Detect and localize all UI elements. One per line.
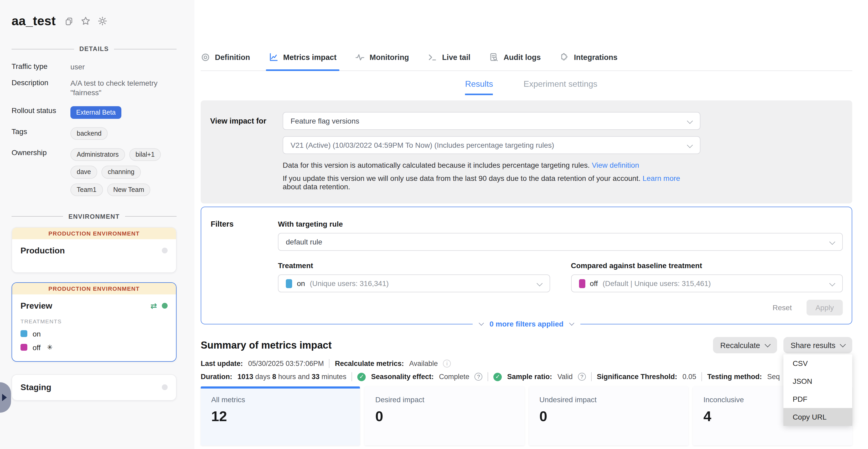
- page-title: aa_test: [11, 14, 56, 28]
- view-definition-link[interactable]: View definition: [592, 161, 639, 169]
- production-environment-banner: PRODUCTION ENVIRONMENT: [12, 283, 176, 294]
- info-icon[interactable]: i: [443, 360, 451, 367]
- target-icon: [201, 53, 210, 62]
- treatment-name: off: [33, 343, 41, 352]
- share-menu-item-copy-url[interactable]: Copy URL: [783, 408, 852, 426]
- detail-row-rollout-status: Rollout status External Beta: [11, 106, 177, 119]
- recalculate-metrics-label: Recalculate metrics:: [335, 360, 404, 367]
- seasonality-value: Complete: [439, 373, 469, 381]
- view-impact-label: View impact for: [210, 112, 283, 191]
- swap-arrows-icon: ⇄: [151, 302, 157, 310]
- treatment-color-swatch: [21, 330, 27, 337]
- last-update-value: 05/30/2025 03:57:06PM: [248, 360, 324, 367]
- chevron-down-icon: [829, 280, 835, 287]
- subtab-results[interactable]: Results: [465, 80, 493, 95]
- favorite-star-icon[interactable]: [81, 16, 90, 26]
- status-dot-green: [162, 303, 167, 309]
- rollout-status-badge[interactable]: External Beta: [70, 106, 121, 119]
- tab-audit-logs[interactable]: Audit logs: [490, 53, 541, 70]
- owner-pill[interactable]: channing: [101, 166, 141, 179]
- summary-title: Summary of metrics impact: [201, 339, 332, 351]
- version-note-1: Data for this version is automatically c…: [283, 161, 701, 169]
- flag-tabbar: Definition Metrics impact Monitoring Liv…: [201, 0, 852, 71]
- copy-name-icon[interactable]: [65, 17, 73, 26]
- chevron-down-icon: [569, 321, 574, 326]
- owner-pill[interactable]: Administrators: [70, 148, 125, 161]
- significance-threshold-value: 0.05: [683, 373, 696, 381]
- card-desired-impact[interactable]: Desired impact 0: [365, 386, 524, 445]
- help-icon[interactable]: ?: [475, 373, 483, 381]
- share-menu-item-json[interactable]: JSON: [783, 372, 852, 390]
- owner-pill[interactable]: dave: [70, 166, 97, 179]
- view-impact-panel: View impact for Feature flag versions V2…: [201, 100, 852, 204]
- status-dot-gray: [162, 385, 167, 390]
- chevron-down-icon: [765, 341, 771, 348]
- apply-button[interactable]: Apply: [807, 300, 843, 316]
- chevron-down-icon: [687, 142, 693, 148]
- main-content: Definition Metrics impact Monitoring Liv…: [194, 0, 868, 449]
- treatment-name: on: [33, 330, 41, 338]
- share-results-button[interactable]: Share results CSV JSON PDF Copy URL: [783, 337, 852, 353]
- recalculate-metrics-value: Available: [409, 360, 438, 367]
- audit-log-icon: [490, 53, 499, 62]
- chevron-down-icon: [829, 239, 835, 245]
- flag-title-row: aa_test: [11, 14, 177, 28]
- tab-live-tail[interactable]: Live tail: [428, 53, 470, 70]
- environment-card-production[interactable]: PRODUCTION ENVIRONMENT Production: [11, 227, 177, 273]
- owner-pill[interactable]: Team1: [70, 183, 103, 196]
- owner-pill[interactable]: New Team: [107, 183, 151, 196]
- chevron-right-icon: [2, 394, 7, 401]
- treatment-select[interactable]: on (Unique users: 316,341): [278, 274, 550, 292]
- environment-name: Preview: [21, 301, 52, 311]
- sample-ratio-value: Valid: [557, 373, 573, 381]
- treatment-label: Treatment: [278, 261, 550, 270]
- environment-name: Production: [21, 246, 65, 256]
- detail-row-description: Description A/A test to check telemetry …: [11, 78, 177, 97]
- metric-summary-cards: All metrics 12 Desired impact 0 Undesire…: [201, 386, 852, 445]
- results-subtabs: Results Experiment settings: [194, 80, 868, 95]
- share-menu-item-pdf[interactable]: PDF: [783, 390, 852, 408]
- line-chart-icon: [269, 53, 278, 62]
- share-menu-item-csv[interactable]: CSV: [783, 354, 852, 372]
- environment-name: Staging: [21, 383, 51, 392]
- targeting-rule-select[interactable]: default rule: [278, 233, 843, 251]
- tab-metrics-impact[interactable]: Metrics impact: [269, 53, 337, 70]
- title-actions: [65, 16, 107, 26]
- detail-row-traffic-type: Traffic type user: [11, 62, 177, 71]
- owner-pill[interactable]: bilal+1: [129, 148, 161, 161]
- learn-more-link[interactable]: Learn more: [643, 174, 680, 182]
- tag-pill[interactable]: backend: [70, 127, 108, 140]
- tab-definition[interactable]: Definition: [201, 53, 250, 70]
- tab-monitoring[interactable]: Monitoring: [355, 53, 409, 70]
- help-icon[interactable]: ?: [578, 373, 586, 381]
- card-undesired-impact[interactable]: Undesired impact 0: [529, 386, 688, 445]
- flag-version-select[interactable]: V21 (Active) (10/03/2022 04:59PM To Now)…: [283, 136, 701, 154]
- treatments-header: TREATMENTS: [21, 318, 167, 324]
- chevron-down-icon: [479, 321, 484, 326]
- settings-gear-icon[interactable]: [98, 16, 107, 26]
- version-note-2: If you update this version we will only …: [283, 174, 701, 191]
- testing-method-label: Testing method:: [707, 373, 762, 381]
- more-filters-toggle[interactable]: 0 more filters applied: [473, 320, 580, 328]
- card-all-metrics[interactable]: All metrics 12: [201, 386, 360, 445]
- environment-card-staging[interactable]: Staging: [11, 375, 177, 401]
- treatment-row-on: on: [21, 330, 167, 338]
- environment-card-preview[interactable]: PRODUCTION ENVIRONMENT Preview ⇄ TREATME…: [11, 282, 177, 362]
- chevron-down-icon: [687, 118, 693, 124]
- traffic-type-value: user: [70, 62, 177, 71]
- last-update-label: Last update:: [201, 360, 243, 367]
- chevron-down-icon: [536, 280, 542, 287]
- puzzle-icon: [560, 53, 569, 62]
- divider: [591, 372, 592, 381]
- impact-type-select[interactable]: Feature flag versions: [283, 112, 701, 130]
- tab-integrations[interactable]: Integrations: [560, 53, 617, 70]
- reset-button[interactable]: Reset: [773, 303, 792, 312]
- recalculate-button[interactable]: Recalculate: [713, 337, 777, 353]
- environment-section-header: ENVIRONMENT: [11, 213, 177, 220]
- sample-ratio-label: Sample ratio:: [507, 373, 552, 381]
- baseline-treatment-select[interactable]: off (Default | Unique users: 315,461): [571, 274, 843, 292]
- treatment-color-swatch: [579, 279, 585, 288]
- subtab-experiment-settings[interactable]: Experiment settings: [524, 80, 597, 95]
- production-environment-banner: PRODUCTION ENVIRONMENT: [12, 228, 176, 239]
- share-results-menu: CSV JSON PDF Copy URL: [783, 354, 852, 426]
